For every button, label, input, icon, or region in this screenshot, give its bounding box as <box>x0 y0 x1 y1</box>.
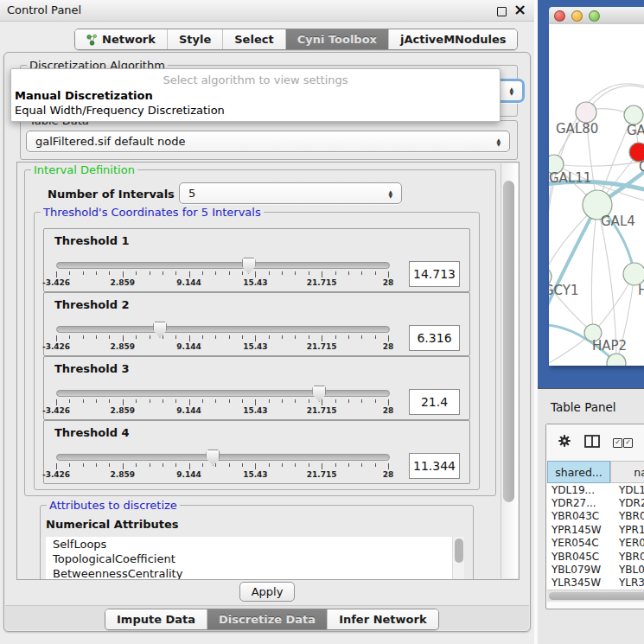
table-cell[interactable]: YBR045C <box>615 551 644 563</box>
table-row[interactable]: YDL19...YDL19... <box>547 483 644 496</box>
thresholds-group-title: Threshold's Coordinates for 5 Intervals <box>41 206 264 219</box>
tab-jactivemnodules[interactable]: jActiveMNodules <box>389 29 518 49</box>
network-canvas[interactable]: GAL80GACGAL11GAL4GCY1HHAP2 <box>549 24 644 366</box>
tab-label: Select <box>234 33 273 46</box>
minimize-window-icon[interactable] <box>571 10 583 22</box>
threshold-slider-track[interactable] <box>56 326 390 333</box>
threshold-value-field[interactable]: 14.713 <box>409 261 460 287</box>
table-hscrollbar[interactable] <box>547 590 644 602</box>
bottom-tab-infer-network[interactable]: Infer Network <box>328 609 437 629</box>
table-cell[interactable]: YER054C <box>547 537 615 549</box>
table-panel: Table Panel ✓✓ shared...name YDL19...YDL… <box>538 388 644 644</box>
table-row[interactable]: YPR145WYPR145W <box>547 523 644 536</box>
split-columns-icon[interactable] <box>584 435 600 451</box>
threshold-box-2: Threshold 2-3.4262.8599.14415.4321.71528… <box>43 292 470 356</box>
table-cell[interactable]: YPR145W <box>615 524 644 536</box>
tab-cyni-toolbox[interactable]: Cyni Toolbox <box>286 29 389 49</box>
network-edge[interactable] <box>554 161 644 166</box>
threshold-box-1: Threshold 1-3.4262.8599.14415.4321.71528… <box>43 228 470 292</box>
threshold-box-4: Threshold 4-3.4262.8599.14415.4321.71528… <box>43 420 470 484</box>
float-panel-icon[interactable] <box>497 7 507 16</box>
table-cell[interactable]: YDL19... <box>615 484 644 496</box>
table-row[interactable]: YBL079WYBL079W <box>547 563 644 576</box>
tab-label: Network <box>102 33 156 46</box>
table-row[interactable]: YBR045CYBR045C <box>547 550 644 563</box>
network-node[interactable] <box>624 105 643 124</box>
network-view-window: GAL80GACGAL11GAL4GCY1HHAP2 <box>538 0 644 388</box>
table-data-select[interactable]: galFiltered.sif default node ▲▼ <box>26 131 510 152</box>
interval-definition-title: Interval Definition <box>31 163 137 176</box>
node-label: GCY1 <box>549 283 579 298</box>
tab-select[interactable]: Select <box>223 29 285 49</box>
table-cell[interactable]: YDL19... <box>547 484 615 496</box>
attribute-list-item[interactable]: SelfLoops <box>46 537 464 552</box>
table-row[interactable]: YDR27...YDR27... <box>547 496 644 509</box>
table-rows: YDL19...YDL19...YDR27...YDR27...YBR043CY… <box>547 483 644 596</box>
table-row[interactable]: YER054CYER054C <box>547 537 644 550</box>
table-header: shared...name <box>547 461 644 483</box>
table-cell[interactable]: YPR145W <box>547 524 615 536</box>
screen: Control Panel × NetworkStyleSelectCyni T… <box>0 0 644 644</box>
select-attributes-icon[interactable]: ✓✓ <box>613 438 633 448</box>
network-icon <box>86 34 98 46</box>
threshold-slider-track[interactable] <box>56 390 390 397</box>
bottom-tab-impute-data[interactable]: Impute Data <box>105 609 207 629</box>
tab-network[interactable]: Network <box>75 29 168 49</box>
combo-arrows-icon: ▲▼ <box>489 137 501 146</box>
algorithm-option-equal-width[interactable]: Equal Width/Frequency Discretization <box>15 104 225 117</box>
gear-icon[interactable] <box>558 434 571 451</box>
settings-scrollpane: Interval Definition Number of Intervals … <box>16 162 520 580</box>
threshold-value-field[interactable]: 21.4 <box>409 389 460 415</box>
close-panel-icon[interactable]: × <box>513 1 526 18</box>
network-edge[interactable] <box>591 205 597 333</box>
control-panel-titlebar: Control Panel × <box>0 0 534 22</box>
settings-scrollbar[interactable] <box>501 163 518 578</box>
tab-style[interactable]: Style <box>168 29 223 49</box>
thresholds-group: Threshold's Coordinates for 5 Intervals … <box>34 212 480 490</box>
attribute-list-item[interactable]: BetweennessCentrality <box>46 566 464 579</box>
zoom-window-icon[interactable] <box>589 10 600 22</box>
node-label: GAL4 <box>601 214 635 229</box>
table-toolbar: ✓✓ <box>546 424 644 461</box>
table-cell[interactable]: YER054C <box>615 537 644 549</box>
threshold-slider-track[interactable] <box>56 454 390 461</box>
column-header-shared[interactable]: shared... <box>547 461 610 483</box>
table-cell[interactable]: YDR27... <box>615 497 644 509</box>
table-cell[interactable]: YBR043C <box>615 510 644 522</box>
table-cell[interactable]: YLR345W <box>547 577 615 589</box>
tab-label: Style <box>179 33 211 46</box>
table-row[interactable]: YBR043CYBR043C <box>547 510 644 523</box>
attribute-list-item[interactable]: TopologicalCoefficient <box>46 552 464 566</box>
list-scrollbar[interactable] <box>452 537 464 579</box>
table-cell[interactable]: YBL079W <box>547 564 615 576</box>
table-cell[interactable]: YDR27... <box>547 497 615 509</box>
number-of-intervals-select[interactable]: 5 ▲▼ <box>179 182 402 204</box>
table-row[interactable]: YLR345WYLR345W <box>547 577 644 590</box>
slider-ticks <box>56 335 388 342</box>
apply-button[interactable]: Apply <box>239 582 295 602</box>
bottom-tabstrip: Impute DataDiscretize DataInfer Network <box>105 609 439 630</box>
column-header-name[interactable]: name <box>610 461 644 483</box>
number-of-intervals-value: 5 <box>188 187 195 200</box>
threshold-value-field[interactable]: 6.316 <box>409 325 460 351</box>
table-data-group: Table Data galFiltered.sif default node … <box>20 120 518 160</box>
table-cell[interactable]: YBR045C <box>547 551 615 563</box>
bottom-tab-discretize-data[interactable]: Discretize Data <box>207 609 328 629</box>
numerical-attributes-list[interactable]: SelfLoopsTopologicalCoefficientBetweenne… <box>46 537 464 579</box>
close-window-icon[interactable] <box>554 10 565 22</box>
threshold-value-field[interactable]: 11.344 <box>409 453 460 479</box>
network-window-titlebar[interactable] <box>549 7 644 25</box>
table-cell[interactable]: YLR345W <box>615 577 644 589</box>
node-label: GA <box>627 123 644 138</box>
threshold-slider-track[interactable] <box>56 262 390 269</box>
slider-tick-labels: -3.4262.8599.14415.4321.71528 <box>56 470 388 481</box>
table-cell[interactable]: YBL079W <box>615 564 644 576</box>
combo-arrows-icon: ▲▼ <box>381 189 392 198</box>
network-node[interactable] <box>576 102 596 123</box>
scrollbar-thumb[interactable] <box>503 181 514 502</box>
hscrollbar-thumb[interactable] <box>549 592 644 600</box>
algorithm-option-manual[interactable]: Manual Discretization <box>15 89 153 102</box>
network-edge-highlighted[interactable] <box>549 205 597 320</box>
table-cell[interactable]: YBR043C <box>547 510 615 522</box>
top-tabstrip: NetworkStyleSelectCyni ToolboxjActiveMNo… <box>74 29 518 50</box>
